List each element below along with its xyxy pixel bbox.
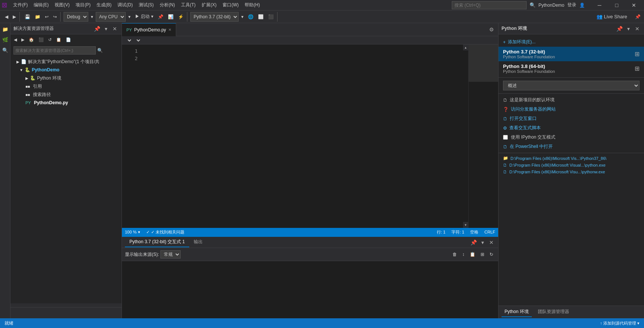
sb-refresh-btn[interactable]: ↺ bbox=[46, 35, 53, 44]
sb-forward-btn[interactable]: ▶ bbox=[19, 35, 26, 44]
python-settings-button[interactable]: ⬜ bbox=[256, 12, 266, 22]
output-extra-btn2[interactable]: ↻ bbox=[488, 250, 495, 259]
env-item-python38[interactable]: Python 3.8 (64-bit) Python Software Foun… bbox=[499, 61, 644, 76]
global-search-input[interactable] bbox=[452, 1, 527, 9]
scroll-down-button[interactable]: ▼ bbox=[463, 222, 468, 228]
platform-dropdown[interactable]: Any CPU bbox=[96, 12, 126, 22]
tree-project[interactable]: ▼ 🐍 PythonDemo bbox=[10, 66, 122, 74]
close-button[interactable]: ✕ bbox=[625, 0, 643, 10]
sidebar-scrollbar-h[interactable] bbox=[10, 303, 122, 307]
file-path-1[interactable]: 📁 D:\Program Files (x86)\Microsoft Vis..… bbox=[499, 155, 644, 162]
env-view-scripts-action[interactable]: ⚙ 查看交互式脚本 bbox=[499, 123, 644, 133]
menu-project[interactable]: 项目(P) bbox=[73, 1, 93, 9]
python-extra-btn[interactable]: ⬛ bbox=[266, 12, 276, 22]
zoom-status[interactable]: 100 % ▾ bbox=[125, 230, 140, 235]
editor-tab-pythondemo[interactable]: PY PythonDemo.py ✕ bbox=[122, 23, 176, 36]
tree-search-paths[interactable]: ■■ 搜索路径 bbox=[10, 90, 122, 99]
platform-dropdown-arrow[interactable]: ▾ bbox=[126, 12, 132, 22]
activity-search[interactable]: 🔍 bbox=[1, 46, 10, 55]
env-open-interactive-action[interactable]: 🗋 打开交互窗口 bbox=[499, 114, 644, 123]
menu-extensions[interactable]: 扩展(X) bbox=[199, 1, 220, 9]
output-wrap-btn[interactable]: ↕ bbox=[460, 250, 466, 259]
env-close-icon[interactable]: ✕ bbox=[634, 25, 641, 33]
menu-tools[interactable]: 工具(T) bbox=[178, 1, 199, 9]
env-chevron-icon[interactable]: ▾ bbox=[625, 25, 632, 33]
tree-solution[interactable]: ▶ 📄 解决方案"PythonDemo"(1 个项目/共 bbox=[10, 58, 122, 66]
file-path-3[interactable]: 🗋 D:\Program Files (x86)\Microsoft Visu.… bbox=[499, 168, 644, 175]
login-button[interactable]: 登录 bbox=[567, 2, 576, 8]
output-tab-interactive[interactable]: Python 3.7 (32-bit) 交互式 1 bbox=[125, 237, 189, 247]
env-open-powershell-action[interactable]: 🗋 在 PowerShell 中打开 bbox=[499, 142, 644, 151]
menu-debug[interactable]: 调试(D) bbox=[114, 1, 136, 9]
sb-properties-btn[interactable]: 📄 bbox=[64, 35, 73, 44]
menu-view[interactable]: 视图(V) bbox=[52, 1, 73, 9]
pin-button[interactable]: 📌 bbox=[633, 12, 643, 22]
sidebar-chevron-icon[interactable]: ▾ bbox=[102, 25, 110, 33]
output-pin-icon[interactable]: 📌 bbox=[470, 239, 477, 246]
menu-file[interactable]: 文件(F) bbox=[10, 1, 31, 9]
start-button[interactable]: ▶ 启动 ▾ bbox=[133, 12, 155, 22]
env-item-38-settings-icon[interactable]: ⊞ bbox=[635, 65, 640, 72]
output-tab-output[interactable]: 输出 bbox=[189, 237, 207, 247]
tab-bar-gear-icon[interactable]: ⚙ bbox=[488, 26, 495, 33]
sidebar-pin-icon[interactable]: 📌 bbox=[93, 25, 101, 33]
menu-test[interactable]: 测试(S) bbox=[136, 1, 157, 9]
save-all-button[interactable]: 📁 bbox=[33, 12, 42, 22]
output-clear-btn[interactable]: 🗑 bbox=[451, 250, 459, 259]
footer-tab-team[interactable]: 团队资源管理器 bbox=[535, 307, 572, 317]
profiler-button[interactable]: 📊 bbox=[166, 12, 175, 22]
env-pin-icon[interactable]: 📌 bbox=[616, 25, 623, 33]
env-item-python37[interactable]: Python 3.7 (32-bit) Python Software Foun… bbox=[499, 47, 644, 61]
debug-dropdown-arrow[interactable]: ▾ bbox=[89, 12, 95, 22]
menu-analyze[interactable]: 分析(N) bbox=[157, 1, 178, 9]
attach-button[interactable]: 📌 bbox=[156, 12, 165, 22]
toolbar-extra-btn[interactable]: ⚡ bbox=[176, 12, 185, 22]
python-version-dropdown[interactable]: Python 3.7 (32-bit) bbox=[190, 12, 239, 22]
debug-config-dropdown[interactable]: Debug bbox=[64, 12, 88, 22]
code-editor[interactable] bbox=[141, 44, 463, 228]
tree-file[interactable]: PY PythonDemo.py bbox=[10, 99, 122, 107]
add-environment-button[interactable]: + 添加环境(E)... bbox=[499, 37, 644, 47]
menu-edit[interactable]: 编辑(E) bbox=[31, 1, 52, 9]
python-dropdown-arrow[interactable]: ▾ bbox=[239, 12, 245, 22]
scroll-up-button[interactable]: ▲ bbox=[463, 44, 468, 50]
tab-close-icon[interactable]: ✕ bbox=[168, 28, 171, 32]
bottom-status-right-label[interactable]: ↑ 添加到源代码管理 ▾ bbox=[600, 321, 640, 326]
forward-button[interactable]: ▶ bbox=[11, 12, 18, 22]
redo-button[interactable]: ↪ bbox=[51, 12, 59, 22]
live-share-button[interactable]: 👥 Live Share bbox=[594, 13, 630, 20]
menu-build[interactable]: 生成(B) bbox=[93, 1, 114, 9]
sb-extra-btn[interactable]: ⬛ bbox=[37, 35, 46, 44]
sidebar-close-icon[interactable]: ✕ bbox=[111, 25, 119, 33]
env-overview-dropdown[interactable]: 概述 bbox=[503, 81, 640, 90]
env-visit-server-action[interactable]: ❓ 访问分发服务器的网站 bbox=[499, 105, 644, 114]
output-chevron-icon[interactable]: ▾ bbox=[479, 239, 486, 246]
sb-home-btn[interactable]: 🏠 bbox=[27, 35, 36, 44]
menu-help[interactable]: 帮助(H) bbox=[242, 1, 263, 9]
minimize-button[interactable]: ─ bbox=[591, 0, 608, 10]
sb-back-btn[interactable]: ◀ bbox=[12, 35, 19, 44]
output-copy-btn[interactable]: 📋 bbox=[468, 250, 477, 259]
undo-button[interactable]: ↩ bbox=[43, 12, 50, 22]
maximize-button[interactable]: □ bbox=[608, 0, 625, 10]
sidebar-search-icon[interactable]: 🔍 bbox=[97, 48, 103, 53]
ipython-checkbox[interactable] bbox=[503, 135, 508, 140]
sb-copy-btn[interactable]: 📋 bbox=[54, 35, 63, 44]
env-item-37-settings-icon[interactable]: ⊞ bbox=[635, 50, 640, 58]
sidebar-search-input[interactable] bbox=[13, 46, 96, 55]
editor-nav-dropdown1[interactable] bbox=[125, 38, 132, 43]
python-env-button[interactable]: 🌐 bbox=[246, 12, 255, 22]
output-source-dropdown[interactable]: 常规 bbox=[160, 250, 181, 259]
back-button[interactable]: ◀ bbox=[3, 12, 10, 22]
tree-python-env[interactable]: ▶ 🐍 Python 环境 bbox=[10, 74, 122, 82]
file-path-2[interactable]: 🗋 D:\Program Files (x86)\Microsoft Visua… bbox=[499, 162, 644, 168]
output-extra-btn1[interactable]: ⊞ bbox=[479, 250, 486, 259]
output-close-icon[interactable]: ✕ bbox=[488, 239, 495, 246]
menu-window[interactable]: 窗口(W) bbox=[220, 1, 242, 9]
activity-solution-explorer[interactable]: 📁 bbox=[1, 25, 10, 34]
tree-references[interactable]: ■■ 引用 bbox=[10, 82, 122, 90]
output-content[interactable] bbox=[122, 261, 498, 318]
footer-tab-python-env[interactable]: Python 环境 bbox=[502, 307, 532, 317]
activity-git[interactable]: 🌿 bbox=[1, 35, 10, 44]
editor-nav-dropdown2[interactable] bbox=[134, 38, 141, 43]
